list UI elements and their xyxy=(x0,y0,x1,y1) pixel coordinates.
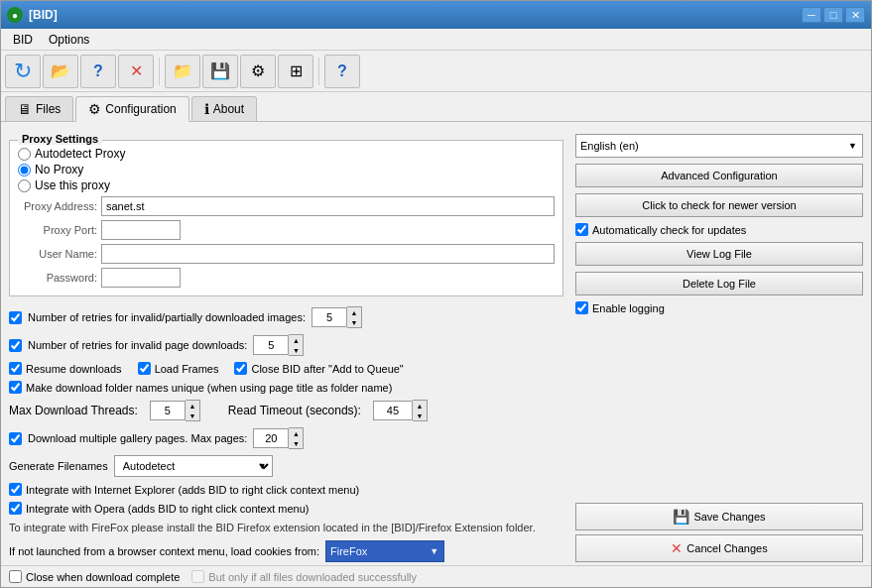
retries-page-row: Number of retries for invalid page downl… xyxy=(9,334,563,356)
close-bid-option[interactable]: Close BID after "Add to Queue" xyxy=(234,362,403,375)
load-frames-checkbox[interactable] xyxy=(138,362,151,375)
proxy-username-input[interactable] xyxy=(101,244,555,264)
retries-invalid-label: Number of retries for invalid/partially … xyxy=(28,311,306,323)
retries-invalid-up[interactable]: ▲ xyxy=(347,307,361,317)
opera-integration-option[interactable]: Integrate with Opera (adds BID to right … xyxy=(9,502,563,515)
auto-check-updates-checkbox[interactable] xyxy=(575,223,588,236)
save-button[interactable]: 💾 Save Changes xyxy=(575,503,863,530)
right-panel-spacer xyxy=(575,320,863,489)
proxy-address-input[interactable] xyxy=(101,196,555,216)
opera-integration-checkbox[interactable] xyxy=(9,502,22,515)
max-threads-input[interactable] xyxy=(150,401,186,420)
minimize-button[interactable]: ─ xyxy=(802,7,821,23)
enable-logging-option[interactable]: Enable logging xyxy=(575,301,863,314)
proxy-password-input[interactable] xyxy=(101,268,181,288)
close-button[interactable]: ✕ xyxy=(845,7,865,23)
retries-page-input[interactable] xyxy=(253,335,289,355)
retries-invalid-checkbox[interactable] xyxy=(9,311,22,324)
generate-filenames-label: Generate Filenames xyxy=(9,460,108,472)
generate-filenames-select-wrapper: Autodetect Sequential Original xyxy=(114,455,273,477)
close-on-complete-option[interactable]: Close when download complete xyxy=(9,570,180,583)
refresh-btn[interactable]: ↻ xyxy=(5,55,41,88)
retries-page-down[interactable]: ▼ xyxy=(289,345,303,355)
save-label: Save Changes xyxy=(693,511,765,523)
proxy-port-label: Proxy Port: xyxy=(18,224,97,236)
grid-btn[interactable]: ⊞ xyxy=(278,55,313,88)
load-frames-option[interactable]: Load Frames xyxy=(138,362,219,375)
retries-page-checkbox[interactable] xyxy=(9,339,22,352)
close-on-complete-label: Close when download complete xyxy=(26,571,180,583)
maximize-button[interactable]: □ xyxy=(823,7,843,23)
ie-integration-checkbox[interactable] xyxy=(9,483,22,496)
menu-options[interactable]: Options xyxy=(41,31,97,49)
max-pages-up[interactable]: ▲ xyxy=(289,428,303,438)
no-proxy-radio[interactable] xyxy=(18,164,31,176)
enable-logging-label: Enable logging xyxy=(592,302,665,314)
autodetect-proxy-radio[interactable] xyxy=(18,148,31,161)
use-proxy-option[interactable]: Use this proxy xyxy=(18,178,555,192)
proxy-username-label: User Name: xyxy=(18,248,97,260)
generate-filenames-select[interactable]: Autodetect Sequential Original xyxy=(114,455,273,477)
proxy-radio-group: Autodetect Proxy No Proxy Use this proxy xyxy=(18,147,555,192)
title-bar-buttons: ─ □ ✕ xyxy=(802,7,865,23)
cookies-select-wrapper: FireFox Internet Explorer Opera Chrome xyxy=(325,540,444,562)
resume-option[interactable]: Resume downloads xyxy=(9,362,122,375)
settings-btn[interactable]: ⚙ xyxy=(240,55,276,88)
auto-check-updates-option[interactable]: Automatically check for updates xyxy=(575,223,863,236)
stop-btn[interactable]: ✕ xyxy=(118,55,154,88)
ie-integration-label: Integrate with Internet Explorer (adds B… xyxy=(26,484,359,496)
check-version-button[interactable]: Click to check for newer version xyxy=(575,193,863,217)
max-pages-spinner: ▲ ▼ xyxy=(253,427,304,449)
right-panel: English (en) French (fr) German (de) Spa… xyxy=(575,130,863,562)
max-threads-down[interactable]: ▼ xyxy=(186,411,199,420)
delete-log-button[interactable]: Delete Log File xyxy=(575,272,863,295)
folder-names-checkbox[interactable] xyxy=(9,381,22,394)
help-btn[interactable]: ? xyxy=(80,55,116,88)
menu-bid[interactable]: BID xyxy=(5,31,41,49)
advanced-config-button[interactable]: Advanced Configuration xyxy=(575,164,863,187)
close-on-complete-checkbox[interactable] xyxy=(9,570,22,583)
read-timeout-spinner-btns: ▲ ▼ xyxy=(413,400,428,421)
floppy-btn[interactable]: 💾 xyxy=(202,55,238,88)
close-bid-checkbox[interactable] xyxy=(234,362,247,375)
but-only-option[interactable]: But only if all files downloaded success… xyxy=(191,570,417,583)
autodetect-proxy-option[interactable]: Autodetect Proxy xyxy=(18,147,555,161)
files-tab[interactable]: 🖥 Files xyxy=(5,96,73,121)
resume-checkbox[interactable] xyxy=(9,362,22,375)
max-pages-checkbox[interactable] xyxy=(9,432,22,445)
cookies-row: If not launched from a browser context m… xyxy=(9,540,563,562)
use-proxy-radio[interactable] xyxy=(18,179,31,192)
app-icon: ● xyxy=(7,7,23,23)
about-tab[interactable]: ℹ About xyxy=(191,96,257,121)
info-btn[interactable]: ? xyxy=(324,55,360,88)
max-threads-up[interactable]: ▲ xyxy=(186,401,199,411)
proxy-port-input[interactable] xyxy=(101,220,181,240)
ie-integration-option[interactable]: Integrate with Internet Explorer (adds B… xyxy=(9,483,563,496)
language-select[interactable]: English (en) French (fr) German (de) Spa… xyxy=(575,134,863,158)
max-pages-input[interactable] xyxy=(253,428,289,448)
read-timeout-up[interactable]: ▲ xyxy=(413,401,427,411)
read-timeout-input[interactable] xyxy=(373,401,413,420)
configuration-tab[interactable]: ⚙ Configuration xyxy=(75,96,188,122)
folder-btn[interactable]: 📁 xyxy=(165,55,200,88)
about-tab-label: About xyxy=(213,102,244,116)
cookies-select[interactable]: FireFox Internet Explorer Opera Chrome xyxy=(325,540,444,562)
main-content: Proxy Settings Autodetect Proxy No Proxy xyxy=(1,122,871,565)
read-timeout-spinner: ▲ ▼ xyxy=(373,400,428,421)
retries-page-spinner: ▲ ▼ xyxy=(253,334,304,356)
max-pages-down[interactable]: ▼ xyxy=(289,438,303,448)
retries-invalid-down[interactable]: ▼ xyxy=(347,317,361,327)
retries-page-up[interactable]: ▲ xyxy=(289,335,303,345)
enable-logging-checkbox[interactable] xyxy=(575,301,588,314)
cancel-icon: ✕ xyxy=(671,540,683,556)
cancel-button[interactable]: ✕ Cancel Changes xyxy=(575,534,863,562)
no-proxy-option[interactable]: No Proxy xyxy=(18,163,555,176)
read-timeout-down[interactable]: ▼ xyxy=(413,411,427,420)
folder-names-option[interactable]: Make download folder names unique (when … xyxy=(9,381,563,394)
cancel-label: Cancel Changes xyxy=(686,542,767,554)
retries-invalid-input[interactable] xyxy=(311,307,347,327)
retries-page-spinner-btns: ▲ ▼ xyxy=(289,334,304,356)
view-log-button[interactable]: View Log File xyxy=(575,242,863,266)
but-only-checkbox[interactable] xyxy=(191,570,204,583)
open-btn[interactable]: 📂 xyxy=(43,55,78,88)
